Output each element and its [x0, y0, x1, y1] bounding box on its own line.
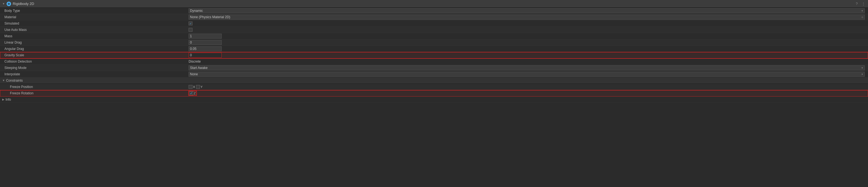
mass-row: Mass: [0, 33, 868, 39]
svg-point-1: [8, 3, 9, 4]
help-button[interactable]: ?: [854, 1, 859, 6]
freeze-position-boxes: X Y: [189, 85, 203, 89]
interpolate-text: None: [190, 72, 198, 76]
freeze-rotation-value: ✓ Z: [187, 90, 868, 96]
body-type-dropdown[interactable]: Dynamic ▼: [189, 8, 865, 13]
body-type-text: Dynamic: [190, 9, 203, 13]
material-text: None (Physics Material 2D): [190, 15, 230, 19]
use-auto-mass-checkbox[interactable]: [189, 28, 192, 32]
freeze-position-label: Freeze Position: [0, 84, 187, 90]
freeze-position-x-label: X: [193, 85, 195, 89]
material-arrow: ⊙: [861, 16, 863, 19]
freeze-rotation-z-label: Z: [194, 92, 196, 95]
angular-drag-input[interactable]: [189, 46, 222, 51]
simulated-value: ✓: [187, 21, 868, 27]
info-section-label: ▶ Info: [0, 98, 11, 101]
freeze-rotation-label: Freeze Rotation: [0, 90, 187, 96]
info-label-text: Info: [5, 98, 11, 101]
collision-detection-row: Collision Detection Discrete: [0, 59, 868, 65]
component-icon: [7, 2, 11, 6]
constraints-label-text: Constraints: [6, 77, 23, 84]
panel-title: Rigidbody 2D: [13, 2, 34, 6]
mass-input[interactable]: [189, 34, 222, 39]
constraints-section-header: ▼ Constraints: [0, 77, 868, 84]
rigidbody2d-panel: ▼ Rigidbody 2D ? ⋮ Body Type Dynamic ▼: [0, 0, 868, 187]
use-auto-mass-value: [187, 27, 868, 33]
body-type-label: Body Type: [0, 8, 187, 14]
freeze-position-value: X Y: [187, 84, 868, 90]
info-collapse-icon[interactable]: ▶: [2, 98, 4, 101]
mass-value: [187, 33, 868, 39]
freeze-position-x-box: X: [189, 85, 195, 89]
body-type-row: Body Type Dynamic ▼: [0, 8, 868, 14]
use-auto-mass-label: Use Auto Mass: [0, 27, 187, 33]
freeze-position-row: Freeze Position X Y: [0, 84, 868, 90]
sleeping-mode-text: Start Awake: [190, 66, 208, 70]
sleeping-mode-row: Sleeping Mode Start Awake ▼: [0, 65, 868, 71]
freeze-position-y-label: Y: [200, 85, 203, 89]
material-row: Material None (Physics Material 2D) ⊙: [0, 14, 868, 21]
freeze-rotation-z-box: ✓ Z: [189, 91, 196, 95]
material-value[interactable]: None (Physics Material 2D) ⊙: [187, 14, 868, 20]
sleeping-mode-label: Sleeping Mode: [0, 65, 187, 71]
linear-drag-input[interactable]: [189, 40, 222, 45]
angular-drag-label: Angular Drag: [0, 46, 187, 52]
simulated-label: Simulated: [0, 21, 187, 27]
angular-drag-row: Angular Drag: [0, 46, 868, 52]
linear-drag-label: Linear Drag: [0, 39, 187, 45]
panel-header-left: ▼ Rigidbody 2D: [2, 2, 854, 6]
panel-header: ▼ Rigidbody 2D ? ⋮: [0, 0, 868, 8]
constraints-collapse-icon[interactable]: ▼: [2, 77, 5, 84]
gravity-scale-value: [187, 52, 868, 58]
more-options-button[interactable]: ⋮: [861, 1, 866, 6]
simulated-row: Simulated ✓: [0, 21, 868, 27]
interpolate-value[interactable]: None ▼: [187, 71, 868, 77]
material-dropdown[interactable]: None (Physics Material 2D) ⊙: [189, 14, 865, 20]
interpolate-row: Interpolate None ▼: [0, 71, 868, 77]
sleeping-mode-dropdown[interactable]: Start Awake ▼: [189, 65, 865, 70]
collision-detection-value: Discrete: [187, 59, 868, 65]
gravity-scale-label: Gravity Scale: [0, 52, 187, 58]
freeze-rotation-z-checkbox[interactable]: ✓: [189, 91, 193, 95]
angular-drag-value: [187, 46, 868, 52]
linear-drag-row: Linear Drag: [0, 39, 868, 46]
body-type-value[interactable]: Dynamic ▼: [187, 8, 868, 14]
freeze-position-x-checkbox[interactable]: [189, 85, 192, 89]
gravity-scale-row: Gravity Scale: [0, 52, 868, 59]
freeze-position-y-box: Y: [196, 85, 203, 89]
interpolate-dropdown[interactable]: None ▼: [189, 72, 865, 77]
simulated-checkbox[interactable]: ✓: [189, 22, 192, 25]
panel-header-right: ? ⋮: [854, 1, 866, 6]
material-label: Material: [0, 14, 187, 20]
linear-drag-value: [187, 39, 868, 45]
body-type-arrow: ▼: [861, 10, 863, 12]
gravity-scale-input[interactable]: [189, 53, 222, 58]
collision-detection-label: Collision Detection: [0, 59, 187, 65]
constraints-section-label: ▼ Constraints: [0, 77, 187, 84]
mass-label: Mass: [0, 33, 187, 39]
interpolate-arrow: ▼: [861, 73, 863, 75]
interpolate-label: Interpolate: [0, 71, 187, 77]
freeze-position-y-checkbox[interactable]: [196, 85, 200, 89]
collision-detection-text: Discrete: [189, 60, 201, 63]
use-auto-mass-row: Use Auto Mass: [0, 27, 868, 33]
sleeping-mode-arrow: ▼: [861, 67, 863, 69]
collapse-toggle[interactable]: ▼: [2, 2, 5, 5]
property-table: Body Type Dynamic ▼ Material None (Physi…: [0, 8, 868, 187]
sleeping-mode-value[interactable]: Start Awake ▼: [187, 65, 868, 71]
info-section: ▶ Info: [0, 97, 868, 103]
freeze-rotation-row: Freeze Rotation ✓ Z: [0, 90, 868, 97]
